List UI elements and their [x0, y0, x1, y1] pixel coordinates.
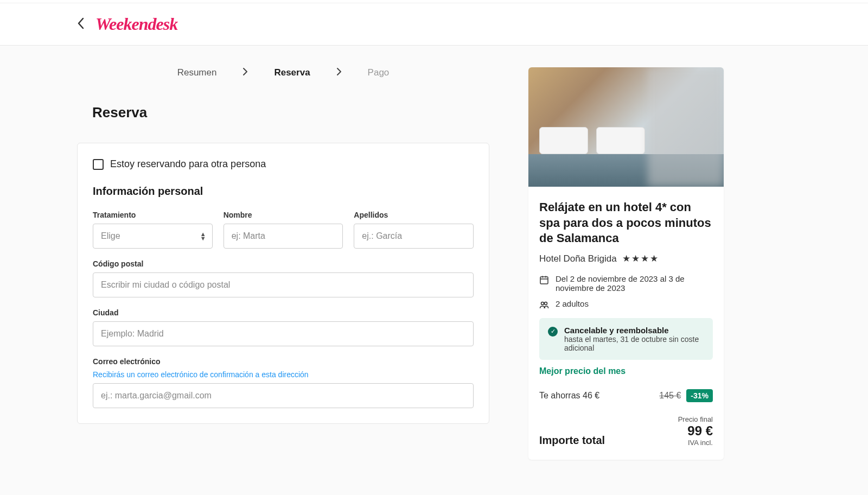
chevron-right-icon — [242, 67, 248, 78]
postal-input[interactable] — [93, 272, 474, 297]
brand-logo[interactable]: Weekendesk — [95, 14, 177, 34]
vat-text: IVA incl. — [678, 439, 713, 447]
first-name-input[interactable] — [224, 224, 343, 249]
offer-image — [528, 67, 724, 187]
step-pago: Pago — [368, 67, 390, 78]
city-input[interactable] — [93, 321, 474, 346]
chevron-right-icon — [336, 67, 342, 78]
first-name-label: Nombre — [224, 211, 343, 219]
step-reserva: Reserva — [274, 67, 310, 78]
treatment-label: Tratamiento — [93, 211, 213, 219]
other-person-checkbox[interactable] — [93, 159, 104, 170]
city-label: Ciudad — [93, 308, 474, 317]
email-input[interactable] — [93, 383, 474, 408]
postal-label: Código postal — [93, 259, 474, 268]
stepper: Resumen Reserva Pago — [77, 67, 489, 78]
back-button[interactable] — [77, 17, 85, 31]
svg-point-1 — [541, 302, 544, 304]
check-icon: ✓ — [548, 327, 558, 337]
offer-title: Relájate en un hotel 4* con spa para dos… — [539, 200, 713, 246]
form-card: Estoy reservando para otra persona Infor… — [77, 143, 489, 424]
cancel-title: Cancelable y reembolsable — [564, 326, 704, 335]
last-name-label: Apellidos — [354, 211, 474, 219]
cancellation-box: ✓ Cancelable y reembolsable hasta el mar… — [539, 318, 713, 360]
final-label: Precio final — [678, 415, 713, 423]
hotel-name: Hotel Doña Brigida — [539, 253, 617, 264]
old-price: 145 € — [659, 391, 681, 401]
treatment-select[interactable] — [93, 224, 213, 249]
section-title-personal: Información personal — [93, 185, 474, 198]
dates-text: Del 2 de noviembre de 2023 al 3 de novie… — [556, 274, 713, 293]
header: Weekendesk — [0, 3, 868, 46]
stars-icon: ★★★★ — [622, 253, 659, 264]
page-title: Reserva — [77, 104, 489, 121]
savings-text: Te ahorras 46 € — [539, 391, 599, 401]
email-label: Correo electrónico — [93, 357, 474, 366]
svg-point-2 — [545, 302, 547, 304]
step-resumen[interactable]: Resumen — [177, 67, 217, 78]
final-price: 99 € — [678, 423, 713, 439]
last-name-input[interactable] — [354, 224, 474, 249]
other-person-label: Estoy reservando para otra persona — [110, 158, 266, 170]
total-label: Importe total — [539, 434, 605, 447]
main-content: Resumen Reserva Pago Reserva Estoy reser… — [77, 67, 489, 424]
cancel-text: hasta el martes, 31 de octubre sin coste… — [564, 335, 704, 352]
best-price-badge: Mejor precio del mes — [539, 366, 713, 376]
svg-rect-0 — [540, 277, 548, 284]
hotel-row: Hotel Doña Brigida ★★★★ — [539, 253, 713, 264]
email-help: Recibirás un correo electrónico de confi… — [93, 370, 474, 379]
guests-icon — [539, 300, 549, 312]
summary-sidebar: Relájate en un hotel 4* con spa para dos… — [528, 67, 724, 460]
calendar-icon — [539, 275, 549, 287]
discount-badge: -31% — [686, 389, 713, 402]
guests-text: 2 adultos — [556, 299, 589, 308]
